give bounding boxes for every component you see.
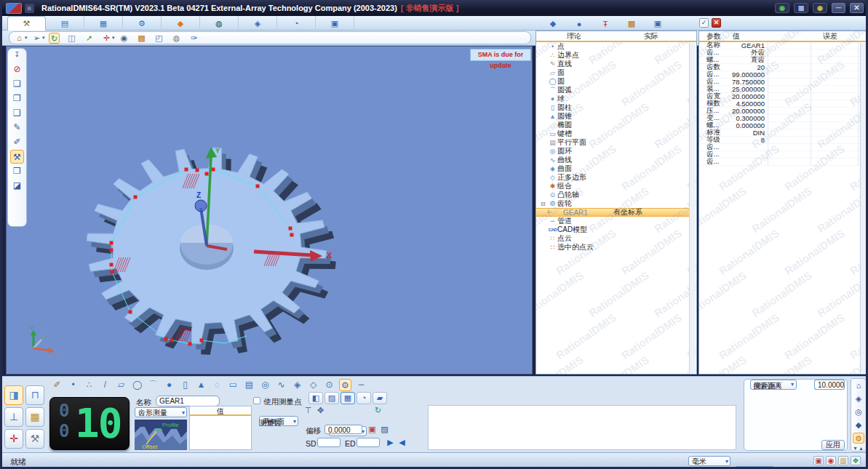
measure-tool-icon[interactable]: ✐ [51, 379, 63, 391]
cube-view-button[interactable]: ◨ [4, 385, 23, 405]
mini-tab-3[interactable]: ▦ [341, 392, 355, 404]
circle-icon[interactable]: ◯ [131, 379, 143, 391]
play-back-icon[interactable]: ◀ [397, 438, 407, 448]
pin-icon[interactable]: ↧ [14, 50, 20, 62]
rp-tab-4[interactable]: ▩ [618, 17, 645, 31]
sd-input[interactable] [317, 438, 341, 447]
rp-tab-features[interactable]: ◆ [540, 17, 566, 31]
line-icon[interactable]: / [99, 379, 111, 391]
ribbon-tab-5[interactable]: ◆ [162, 16, 200, 31]
surface-icon[interactable]: ◈ [291, 379, 303, 391]
ellipse-icon[interactable]: ◌ [211, 379, 223, 391]
probe-tool-1-button[interactable]: ❏ [10, 77, 24, 91]
rp-tab-3[interactable]: Ŧ [592, 17, 618, 31]
probe-tool-3-button[interactable]: ❑ [10, 106, 24, 120]
probe-button[interactable]: ⊥ [4, 407, 23, 427]
param-header-value[interactable]: 值 [724, 31, 749, 41]
point-icon[interactable]: • [67, 379, 79, 391]
param-row[interactable]: 等级 8 [699, 137, 867, 144]
status-icon-link[interactable]: ❖ [851, 456, 861, 465]
rp-tab-5[interactable]: ▣ [645, 17, 671, 31]
status-icon-level[interactable]: ▥ [838, 456, 848, 465]
barrel-button[interactable]: ◍ [171, 33, 186, 44]
strip-home-button[interactable]: ⌂ [853, 380, 864, 391]
pipe-icon[interactable]: ∽ [355, 379, 367, 391]
strip-search-button[interactable]: ◎ [853, 406, 864, 417]
name-input[interactable]: GEAR1 [156, 396, 220, 406]
strip-probe-button[interactable]: ◆ [853, 420, 864, 430]
angle-select[interactable]: 角度 [735, 466, 774, 469]
status-icon-alarm[interactable]: ◉ [826, 456, 836, 465]
probe-tool-2-button[interactable]: ❐ [10, 92, 24, 105]
ribbon-tab-2[interactable]: ▤ [46, 16, 84, 31]
tree-item[interactable]: ∷ 选中的点云 [536, 243, 696, 252]
tree-header-actual[interactable]: 实际 [612, 31, 690, 41]
ribbon-tab-3[interactable]: ▦ [84, 16, 123, 31]
parallel-planes-icon[interactable]: ▤ [243, 379, 255, 391]
gear-icon[interactable]: ⚙ [339, 379, 351, 391]
ribbon-tab-4[interactable]: ⚙ [123, 16, 162, 31]
panel-close-icon[interactable]: ✕ [712, 18, 721, 28]
close-button[interactable]: ✕ [850, 3, 864, 13]
boundary-point-icon[interactable]: ∴ [83, 379, 95, 391]
status-chip-3[interactable]: ◉ [813, 3, 827, 13]
param-header-error[interactable]: 误差 [823, 31, 837, 41]
cube-label-button[interactable]: ◰ [154, 33, 169, 44]
cycle-icon[interactable]: ↻ [373, 406, 383, 416]
ribbon-tab-6[interactable]: ◍ [200, 16, 239, 31]
crate-button[interactable]: ▦ [25, 407, 44, 427]
minimize-button[interactable]: ─ [832, 3, 845, 13]
probe-key-icon[interactable]: ✥ [315, 406, 326, 416]
strip-scroll-arrows[interactable]: ▼▲ [853, 446, 864, 451]
caliper-button[interactable]: ⊓ [25, 385, 44, 405]
probe-sketch-button[interactable]: ✎ [10, 121, 24, 135]
tree-scrollbar[interactable] [689, 43, 696, 373]
select-cursor-button[interactable]: ➢ ▾ [31, 33, 47, 44]
ed-input[interactable] [357, 438, 380, 447]
tree-header-theory[interactable]: 理论 [536, 31, 612, 41]
ribbon-tab-9[interactable]: ▣ [316, 16, 354, 31]
units-select[interactable]: 毫米 [688, 456, 730, 466]
ribbon-tab-8[interactable]: ◔ [277, 16, 316, 31]
probe-active-button[interactable]: ⚒ [10, 150, 24, 164]
cam-icon[interactable]: ⊙ [323, 379, 335, 391]
status-chip-2[interactable]: ▦ [794, 3, 808, 13]
status-icon-grid[interactable]: ▣ [813, 456, 824, 465]
axes-origin-button[interactable]: ✛ [4, 429, 23, 449]
palette-button[interactable]: ▩ [136, 33, 151, 44]
apply-button[interactable]: 应用 [821, 440, 845, 450]
probe-tool-5-button[interactable]: ◪ [10, 179, 24, 193]
refresh-button[interactable]: ↻ [49, 33, 64, 44]
use-measure-points-checkbox[interactable] [253, 397, 260, 404]
viewport-3d[interactable]: Y Z X Y Z X SMA is due for update [6, 46, 533, 374]
marquee-select-button[interactable]: ◫ [66, 33, 81, 44]
mini-tab-4[interactable]: ◔ [357, 392, 371, 404]
eye-button[interactable]: ◉ [119, 33, 134, 44]
export-button[interactable]: ➚ [84, 33, 99, 44]
menu-icon[interactable]: ≡ [25, 4, 34, 13]
probe-tool-4-button[interactable]: ❒ [10, 164, 24, 178]
cone-icon[interactable]: ▲ [195, 379, 207, 391]
params-scrollbar[interactable] [860, 43, 867, 373]
probe-pen-button[interactable]: ✐ [10, 135, 24, 149]
param-header-name[interactable]: 参数 [699, 31, 724, 41]
brush-button[interactable]: ✑ [188, 33, 204, 44]
curve-icon[interactable]: ∿ [275, 379, 287, 391]
probe-dir-icon[interactable]: ⊤ [303, 406, 314, 416]
mini-tab-2[interactable]: ▨ [324, 392, 339, 404]
value-table[interactable]: 值 [189, 406, 252, 450]
tools-button[interactable]: ⚒ [25, 429, 44, 449]
mini-tab-5[interactable]: ▰ [373, 392, 387, 404]
strip-gear-button[interactable]: ⚙ [853, 433, 864, 444]
sphere-icon[interactable]: ● [163, 379, 175, 391]
probe-disable-button[interactable]: ⊘ [10, 63, 24, 76]
cylinder-icon[interactable]: ▯ [179, 379, 191, 391]
offset-input[interactable]: 0.0000 [324, 425, 362, 434]
arc-icon[interactable]: ⌒ [147, 379, 159, 391]
plane-icon[interactable]: ▱ [115, 379, 127, 391]
param-row[interactable]: 齿... [699, 159, 867, 166]
mini-tab-1[interactable]: ◧ [308, 392, 323, 404]
ribbon-tab-7[interactable]: ◈ [239, 16, 277, 31]
measure-type-select[interactable]: 齿形测量 [135, 407, 187, 417]
polygon-icon[interactable]: ◇ [307, 379, 319, 391]
